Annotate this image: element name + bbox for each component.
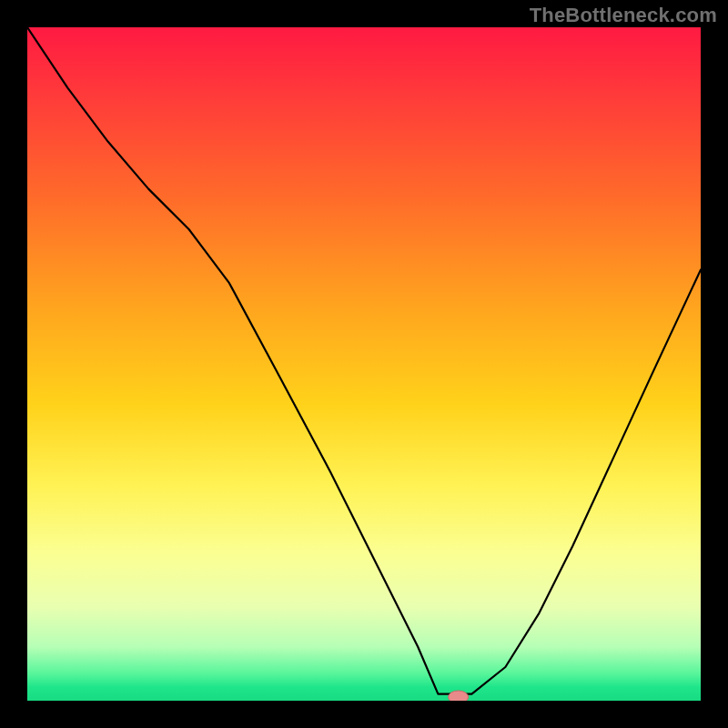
bottleneck-curve [27,27,701,694]
optimal-marker [449,691,469,701]
chart-frame: TheBottleneck.com [0,0,728,728]
watermark-text: TheBottleneck.com [530,4,717,27]
curve-overlay [27,27,701,701]
